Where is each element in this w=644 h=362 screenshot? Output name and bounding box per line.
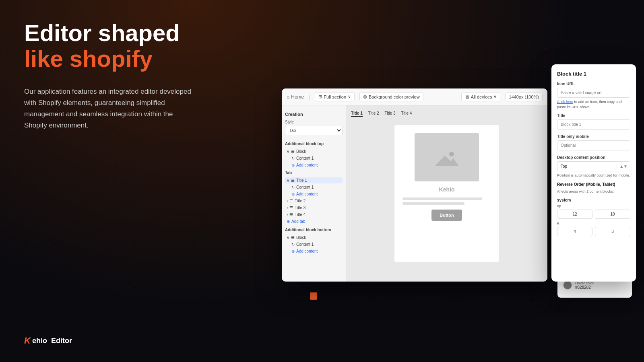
add-content-label: Add content — [296, 163, 318, 167]
collapse3-icon: › — [287, 206, 288, 210]
block-icon: ☰ — [291, 149, 295, 154]
canvas-logo: Kehio — [439, 186, 455, 193]
block-label: Block — [296, 149, 306, 154]
add-content3-label: Add content — [296, 249, 318, 253]
add-content3-btn[interactable]: ⊕ Add content — [285, 248, 343, 254]
title3-item: › ☰ Title 3 — [285, 205, 343, 211]
add-tab-label: Add tab — [291, 219, 305, 224]
canvas-tab-4: Title 4 — [401, 111, 412, 117]
editor-body: Creation Style Tab Additional block top … — [282, 105, 547, 282]
content1-label: Content 1 — [296, 156, 314, 160]
block2-label: Block — [296, 235, 306, 240]
add-content2-btn[interactable]: ⊕ Add content — [285, 191, 343, 197]
image-placeholder-icon — [435, 148, 459, 166]
full-section-btn[interactable]: ⊞ Full section ∨ — [315, 92, 355, 101]
desktop-position-value: Top — [557, 162, 617, 171]
content1b-label: Content 1 — [296, 185, 314, 189]
expand2-icon: ∨ — [287, 178, 289, 183]
canvas-line-1 — [402, 197, 482, 200]
canvas-tab-2: Title 2 — [368, 111, 379, 117]
padding-system-label: system — [557, 198, 630, 202]
tab-section-title: Tab — [285, 171, 343, 175]
footer-logo: K ehio Editor — [24, 335, 72, 346]
icon-url-hint: Click here to add an icon, then copy and… — [557, 99, 630, 109]
all-devices-btn[interactable]: 🖥 All devices ∨ — [461, 92, 501, 101]
style-select[interactable]: Tab — [285, 126, 343, 135]
title-mobile-input[interactable] — [557, 140, 630, 150]
click-here-link[interactable]: Click here — [557, 100, 573, 104]
logo-text: ehio Editor — [32, 337, 72, 345]
zoom-level: 1440px (100%) — [505, 93, 543, 101]
logo-k: K — [24, 335, 31, 346]
position-arrows: ▲▼ — [617, 164, 630, 169]
add-content-btn[interactable]: ⊕ Add content — [285, 162, 343, 168]
desktop-position-select[interactable]: Top ▲▼ — [557, 161, 630, 171]
padding-system-text: system — [557, 198, 571, 202]
add-tab-btn[interactable]: ⊕ Add tab — [285, 218, 343, 224]
icon-url-input[interactable] — [557, 88, 630, 98]
title-mobile-label: Title only mobile — [557, 134, 630, 139]
bp-hover2-swatch[interactable] — [563, 281, 572, 290]
title2-label: Title 2 — [295, 199, 305, 203]
circle-icon: ◎ — [363, 94, 367, 99]
title4-item: › ☰ Title 4 — [285, 212, 343, 218]
additional-block-bottom-title: Additional block bottom — [285, 228, 343, 232]
editor-topbar: ⌂ Home | ⊞ Full section ∨ ◎ Background c… — [282, 88, 547, 105]
padding-bottom-label: e — [557, 221, 630, 225]
title4-label: Title 4 — [295, 212, 305, 217]
block5-icon: ☰ — [289, 212, 293, 217]
props-panel: Block title 1 Icon URL Click here to add… — [551, 64, 636, 282]
bg-color-btn[interactable]: ◎ Background color preview — [359, 92, 423, 101]
description: Our application features an integrated e… — [24, 86, 193, 131]
expand3-icon: ∨ — [287, 235, 289, 240]
add-content2-label: Add content — [296, 192, 318, 196]
title-label: Title — [557, 113, 630, 118]
title1-label: Title 1 — [296, 178, 307, 183]
position-note: Position is automatically optimized for … — [557, 173, 630, 178]
padding-bottom-right[interactable]: 3 — [595, 227, 630, 236]
chevron-icon: ∨ — [348, 94, 351, 99]
desktop-position-label: Desktop content position — [557, 155, 630, 160]
chevron2-icon: ∨ — [493, 94, 497, 99]
padding-top-grid: 12 10 — [557, 210, 630, 219]
reverse-order-label: Reverse Order (Mobile, Tablet) — [557, 182, 630, 187]
padding-top-right[interactable]: 10 — [595, 210, 630, 219]
plus-icon-4: ⊕ — [291, 249, 295, 253]
title2-item: › ☰ Title 2 — [285, 198, 343, 204]
canvas-tab-1: Title 1 — [351, 111, 363, 117]
all-devices-label: All devices — [471, 95, 492, 99]
canvas-line-2 — [402, 202, 464, 205]
canvas-image — [415, 133, 479, 181]
title3-label: Title 3 — [295, 206, 305, 210]
content1c-label: Content 1 — [296, 242, 314, 247]
canvas-content: Kehio Button — [394, 125, 499, 262]
content3-icon: ↻ — [291, 242, 295, 247]
topbar-home: ⌂ Home — [287, 94, 304, 100]
title-input[interactable] — [557, 119, 630, 130]
bp-hover2-row: Hover color #828282 — [563, 281, 626, 290]
monitor-icon: 🖥 — [465, 95, 469, 99]
plus-icon-1: ⊕ — [291, 163, 295, 167]
content2-icon: ↻ — [291, 185, 295, 189]
full-section-label: Full section — [324, 95, 346, 99]
block3-icon: ☰ — [289, 199, 293, 203]
editor-canvas: Title 1 Title 2 Title 3 Title 4 — [346, 105, 547, 282]
padding-top-left[interactable]: 12 — [557, 210, 592, 219]
content1c-item: ↻ Content 1 — [285, 241, 343, 247]
title1-item: ∨ ☰ Title 1 — [285, 177, 343, 183]
additional-block-top-title: Additional block top — [285, 142, 343, 146]
canvas-button: Button — [431, 210, 462, 221]
canvas-lines — [402, 197, 491, 205]
plus-icon-2: ⊕ — [291, 192, 295, 196]
topbar-home-label: Home — [291, 94, 304, 100]
padding-bottom-left[interactable]: 4 — [557, 227, 592, 236]
collapse4-icon: › — [287, 212, 288, 217]
style-label: Style — [285, 120, 343, 124]
sidebar-creation-title: Creation — [285, 112, 343, 117]
bp-hover2-label: Hover color — [575, 281, 594, 285]
headline-orange: like shopify — [24, 45, 153, 72]
block4-icon: ☰ — [289, 206, 293, 210]
svg-point-1 — [449, 152, 454, 156]
block6-icon: ☰ — [291, 235, 295, 240]
bp-hover2-value: #828282 — [575, 285, 594, 290]
